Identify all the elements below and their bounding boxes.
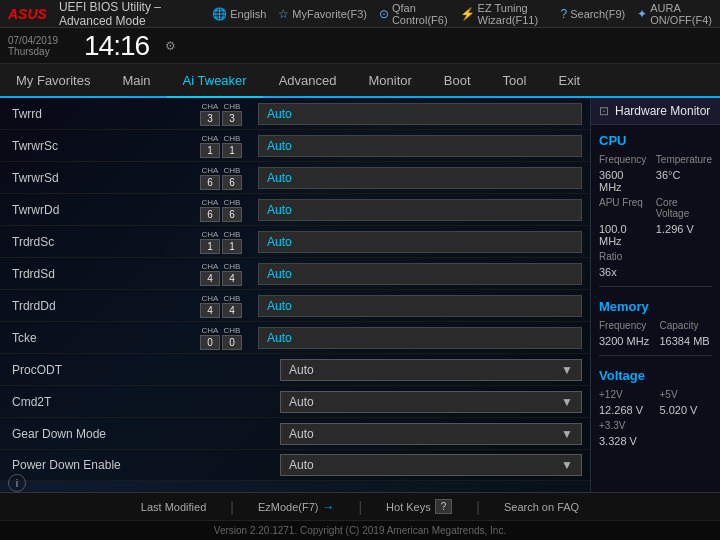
language-icon: 🌐 bbox=[212, 7, 227, 21]
dropdown-gear-down-mode[interactable]: Auto ▼ bbox=[280, 423, 582, 445]
nav-tool[interactable]: Tool bbox=[487, 64, 543, 96]
search-icon: ? bbox=[561, 7, 568, 21]
cpu-apufreq-label: APU Freq bbox=[599, 197, 648, 219]
nav-boot[interactable]: Boot bbox=[428, 64, 487, 96]
v33-label: +3.3V bbox=[599, 420, 652, 431]
cpu-section-title: CPU bbox=[599, 133, 712, 148]
setting-name-gear-down-mode: Gear Down Mode bbox=[0, 421, 200, 447]
nav-exit[interactable]: Exit bbox=[542, 64, 596, 96]
chevron-down-icon: ▼ bbox=[561, 395, 573, 409]
cha-chb-twrwrsc: CHA 1 CHB 1 bbox=[200, 134, 242, 158]
setting-name-twrrd: Twrrd bbox=[0, 101, 200, 127]
setting-name-twrwrsd: TwrwrSd bbox=[0, 165, 200, 191]
v5-value: 5.020 V bbox=[660, 404, 713, 416]
last-modified-label: Last Modified bbox=[141, 501, 206, 513]
cpu-freq-value: 3600 MHz bbox=[599, 169, 648, 193]
v33-value: 3.328 V bbox=[599, 435, 652, 447]
chevron-down-icon: ▼ bbox=[561, 363, 573, 377]
dropdown-power-down-enable[interactable]: Auto ▼ bbox=[280, 454, 582, 476]
aura-label: AURA ON/OFF(F4) bbox=[650, 2, 712, 26]
ezmode-btn[interactable]: EzMode(F7) → bbox=[258, 500, 335, 514]
info-icon[interactable]: i bbox=[8, 474, 26, 492]
hotkeys-key: ? bbox=[435, 499, 453, 514]
cpu-ratio-label: Ratio bbox=[599, 251, 648, 262]
memory-grid: Frequency Capacity 3200 MHz 16384 MB bbox=[599, 320, 712, 347]
nav-monitor[interactable]: Monitor bbox=[353, 64, 428, 96]
v12-value: 12.268 V bbox=[599, 404, 652, 416]
bios-title: UEFI BIOS Utility – Advanced Mode bbox=[59, 0, 188, 28]
ez-icon: ⚡ bbox=[460, 7, 475, 21]
chevron-down-icon: ▼ bbox=[561, 458, 573, 472]
mem-freq-label: Frequency bbox=[599, 320, 652, 331]
setting-name-power-down-enable: Power Down Enable bbox=[0, 452, 200, 478]
monitor-icon: ⊡ bbox=[599, 104, 609, 118]
date-section: 07/04/2019 Thursday bbox=[8, 35, 68, 57]
setting-name-trdrddd: TrdrdDd bbox=[0, 293, 200, 319]
star-icon: ☆ bbox=[278, 7, 289, 21]
chevron-down-icon: ▼ bbox=[561, 427, 573, 441]
cha-chb-twrrd: CHA 3 CHB 3 bbox=[200, 102, 242, 126]
value-twrrd: Auto bbox=[250, 99, 590, 129]
cpu-temp-value: 36°C bbox=[656, 169, 712, 193]
eztuning-btn[interactable]: ⚡ EZ Tuning Wizard(F11) bbox=[460, 2, 549, 26]
chb-twrrd: CHB 3 bbox=[222, 102, 242, 126]
search-faq-label: Search on FAQ bbox=[504, 501, 579, 513]
eztuning-label: EZ Tuning Wizard(F11) bbox=[478, 2, 549, 26]
bottom-bar: Last Modified | EzMode(F7) → | Hot Keys … bbox=[0, 492, 720, 520]
top-bar: ASUS UEFI BIOS Utility – Advanced Mode 🌐… bbox=[0, 0, 720, 28]
nav-main[interactable]: Main bbox=[106, 64, 166, 96]
aura-btn[interactable]: ✦ AURA ON/OFF(F4) bbox=[637, 2, 712, 26]
mem-cap-label: Capacity bbox=[660, 320, 713, 331]
setting-row-tcke: Tcke CHA 0 CHB 0 Auto bbox=[0, 322, 590, 354]
nav-aitweaker[interactable]: Ai Tweaker bbox=[167, 64, 263, 98]
setting-row-power-down-enable: Power Down Enable Auto ▼ bbox=[0, 450, 590, 481]
voltage-grid: +12V +5V 12.268 V 5.020 V +3.3V 3.328 V bbox=[599, 389, 712, 447]
cpu-grid: Frequency Temperature 3600 MHz 36°C APU … bbox=[599, 154, 712, 278]
hw-monitor-header: ⊡ Hardware Monitor bbox=[591, 98, 720, 125]
setting-row-twrwrdd: TwrwrDd CHA 6 CHB 6 Auto bbox=[0, 194, 590, 226]
search-faq-btn[interactable]: Search on FAQ bbox=[504, 501, 579, 513]
fan-icon: ⊙ bbox=[379, 7, 389, 21]
setting-name-twrwrsc: TwrwrSc bbox=[0, 133, 200, 159]
cha-twrrd: CHA 3 bbox=[200, 102, 220, 126]
setting-row-twrwrsc: TwrwrSc CHA 1 CHB 1 Auto bbox=[0, 130, 590, 162]
hotkeys-label: Hot Keys bbox=[386, 501, 431, 513]
aura-icon: ✦ bbox=[637, 7, 647, 21]
clock-gear-icon[interactable]: ⚙ bbox=[165, 39, 176, 53]
ezmode-arrow-icon: → bbox=[322, 500, 334, 514]
clock-display: 14:16 bbox=[84, 30, 149, 62]
copyright-bar: Version 2.20.1271. Copyright (C) 2019 Am… bbox=[0, 520, 720, 540]
setting-name-trdrdsd: TrdrdSd bbox=[0, 261, 200, 287]
asus-logo: ASUS bbox=[8, 6, 47, 22]
cpu-apufreq-value: 100.0 MHz bbox=[599, 223, 648, 247]
setting-name-trdrdsc: TrdrdSc bbox=[0, 229, 200, 255]
cpu-corevolt-value: 1.296 V bbox=[656, 223, 712, 247]
hotkeys-btn[interactable]: Hot Keys ? bbox=[386, 499, 452, 514]
setting-row-trdrdsc: TrdrdSc CHA 1 CHB 1 Auto bbox=[0, 226, 590, 258]
copyright-text: Version 2.20.1271. Copyright (C) 2019 Am… bbox=[214, 525, 506, 536]
nav-myfavorites[interactable]: My Favorites bbox=[0, 64, 106, 96]
nav-advanced[interactable]: Advanced bbox=[263, 64, 353, 96]
setting-row-twrwrsd: TwrwrSd CHA 6 CHB 6 Auto bbox=[0, 162, 590, 194]
mem-freq-value: 3200 MHz bbox=[599, 335, 652, 347]
ezmode-label: EzMode(F7) bbox=[258, 501, 319, 513]
search-btn[interactable]: ? Search(F9) bbox=[561, 7, 626, 21]
setting-row-trdrdsd: TrdrdSd CHA 4 CHB 4 Auto bbox=[0, 258, 590, 290]
setting-name-twrwrdd: TwrwrDd bbox=[0, 197, 200, 223]
date: 07/04/2019 bbox=[8, 35, 68, 46]
memory-section: Memory Frequency Capacity 3200 MHz 16384… bbox=[591, 291, 720, 351]
language-selector[interactable]: 🌐 English bbox=[212, 7, 266, 21]
dropdown-cmd2t[interactable]: Auto ▼ bbox=[280, 391, 582, 413]
qfan-label: Qfan Control(F6) bbox=[392, 2, 448, 26]
qfan-btn[interactable]: ⊙ Qfan Control(F6) bbox=[379, 2, 448, 26]
myfavorites-btn[interactable]: ☆ MyFavorite(F3) bbox=[278, 7, 367, 21]
settings-list: Twrrd CHA 3 CHB 3 Auto bbox=[0, 98, 590, 492]
v5-label: +5V bbox=[660, 389, 713, 400]
memory-section-title: Memory bbox=[599, 299, 712, 314]
cpu-section: CPU Frequency Temperature 3600 MHz 36°C … bbox=[591, 125, 720, 282]
day: Thursday bbox=[8, 46, 68, 57]
dropdown-procodt[interactable]: Auto ▼ bbox=[280, 359, 582, 381]
language-label: English bbox=[230, 8, 266, 20]
voltage-section-title: Voltage bbox=[599, 368, 712, 383]
setting-name-tcke: Tcke bbox=[0, 325, 200, 351]
